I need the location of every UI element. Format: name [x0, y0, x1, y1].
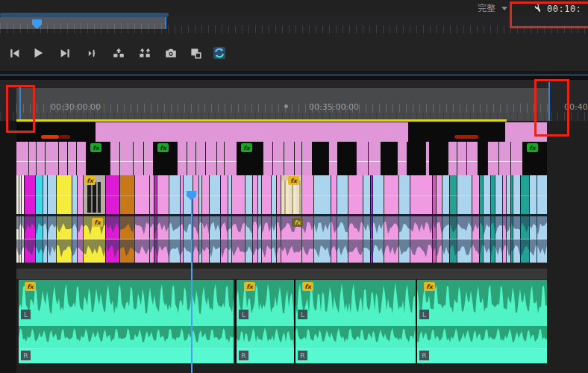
waveform-solid — [417, 349, 547, 363]
clip-segment[interactable] — [263, 142, 273, 175]
button-editor-button[interactable] — [186, 43, 205, 63]
video-track-v1: fxfx — [16, 175, 547, 214]
audio-clip[interactable]: LRfx — [19, 280, 234, 363]
video-track-v2: fxfxfxfx — [16, 142, 547, 175]
timecode-label: 00:40: — [564, 102, 588, 112]
opacity-line — [357, 161, 369, 162]
clip-segment[interactable] — [457, 175, 472, 214]
out-point-marker[interactable] — [548, 82, 550, 121]
fx-badge[interactable]: fx — [84, 176, 96, 185]
audio-clip[interactable]: LRfx — [416, 280, 547, 363]
monitor-scrub-bar[interactable] — [0, 17, 588, 34]
fx-badge[interactable]: fx — [25, 282, 36, 291]
comparison-view-button[interactable] — [210, 43, 229, 63]
clip-segment[interactable] — [301, 142, 313, 175]
track-gutter — [0, 121, 16, 373]
clip-segment[interactable] — [408, 122, 505, 142]
clip-segment[interactable] — [169, 175, 181, 214]
clip-segment[interactable] — [284, 142, 295, 175]
clip-segment[interactable] — [356, 142, 369, 175]
clip-segment[interactable] — [45, 142, 59, 175]
clip-segment[interactable] — [398, 175, 410, 214]
clip-segment[interactable] — [24, 175, 36, 214]
clip-segment[interactable] — [457, 142, 467, 175]
work-area-bar[interactable] — [16, 119, 507, 122]
extract-button[interactable] — [135, 43, 154, 63]
clip-segment[interactable] — [505, 122, 547, 142]
play-button[interactable] — [28, 43, 48, 63]
clip-segment[interactable] — [119, 142, 134, 175]
play-to-out-button[interactable] — [81, 43, 100, 63]
sequence-marker[interactable] — [284, 104, 288, 108]
fx-badge[interactable]: fx — [92, 218, 103, 227]
fx-badge[interactable]: fx — [424, 282, 435, 291]
fx-badge[interactable]: fx — [527, 143, 538, 152]
clip-segment[interactable]: fx — [522, 142, 547, 175]
channel-badge-left: L — [298, 310, 307, 319]
fx-badge[interactable]: fx — [241, 143, 252, 152]
clip-segment[interactable] — [231, 175, 245, 214]
export-frame-button[interactable] — [161, 43, 181, 63]
fx-badge[interactable]: fx — [288, 176, 299, 185]
clip-segment[interactable]: fx — [237, 142, 263, 175]
playhead-line[interactable] — [191, 199, 193, 373]
clip-segment[interactable] — [110, 142, 120, 175]
step-back-button[interactable] — [4, 43, 24, 63]
clip-segment[interactable] — [337, 142, 356, 175]
clip-segment[interactable]: fx — [86, 142, 110, 175]
step-forward-button[interactable] — [55, 43, 75, 63]
clip-segment[interactable] — [261, 175, 272, 214]
clip-segment[interactable] — [205, 142, 217, 175]
collapsed-track[interactable] — [16, 269, 547, 279]
clip-segment[interactable] — [466, 142, 478, 175]
clip-segment[interactable] — [337, 175, 348, 214]
timeline-ruler[interactable]: 00:30:00:0000:35:00:0000:40: — [0, 80, 588, 121]
clip-segment[interactable] — [381, 142, 397, 175]
clip-segment[interactable] — [313, 175, 331, 214]
fx-badge[interactable]: fx — [302, 282, 313, 291]
clip-segment[interactable] — [105, 175, 120, 214]
clip-segment[interactable] — [510, 142, 523, 175]
fx-badge[interactable]: fx — [157, 143, 169, 152]
in-point-marker[interactable] — [19, 87, 21, 121]
clip-segment[interactable]: fx — [153, 142, 177, 175]
channel-badge-left: L — [21, 310, 31, 319]
clip-segment[interactable] — [498, 142, 511, 175]
fx-badge[interactable]: fx — [292, 218, 303, 227]
fx-badge[interactable]: fx — [90, 143, 101, 152]
lift-button[interactable] — [109, 43, 128, 63]
clip-segment[interactable] — [196, 142, 206, 175]
clip-segment[interactable] — [407, 142, 425, 175]
clip-segment[interactable] — [272, 142, 284, 175]
opacity-line — [46, 161, 59, 162]
render-bar — [454, 135, 478, 139]
clip-segment[interactable] — [209, 175, 221, 214]
clip-segment[interactable] — [177, 142, 187, 175]
clip-segment[interactable] — [76, 142, 87, 175]
clip-segment[interactable] — [56, 175, 72, 214]
clip-segment[interactable] — [384, 175, 399, 214]
clip-segment[interactable] — [134, 175, 150, 214]
clip-segment[interactable] — [478, 142, 487, 175]
audio-clip[interactable]: LRfx — [235, 280, 294, 363]
clip-segment[interactable] — [312, 142, 328, 175]
clip-segment[interactable] — [143, 142, 154, 175]
audio-clip[interactable]: LRfx — [294, 280, 416, 363]
clip-segment[interactable] — [16, 122, 96, 142]
clip-segment[interactable] — [410, 175, 433, 214]
clip-segment[interactable] — [301, 175, 314, 214]
clip-segment[interactable] — [397, 142, 407, 175]
clip-segment[interactable] — [348, 175, 363, 214]
clip-segment[interactable] — [16, 142, 28, 175]
clip-segment[interactable] — [119, 175, 135, 214]
clip-segment[interactable] — [224, 142, 237, 175]
clip-segment[interactable] — [157, 175, 169, 214]
clip-segment[interactable] — [133, 142, 144, 175]
clip-segment[interactable] — [429, 142, 448, 175]
clip-segment[interactable] — [487, 142, 499, 175]
clip-segment[interactable] — [368, 142, 381, 175]
clip-segment[interactable] — [372, 175, 384, 214]
clip-segment[interactable] — [537, 175, 547, 214]
clip-segment[interactable] — [96, 122, 408, 142]
fx-badge[interactable]: fx — [244, 282, 255, 291]
